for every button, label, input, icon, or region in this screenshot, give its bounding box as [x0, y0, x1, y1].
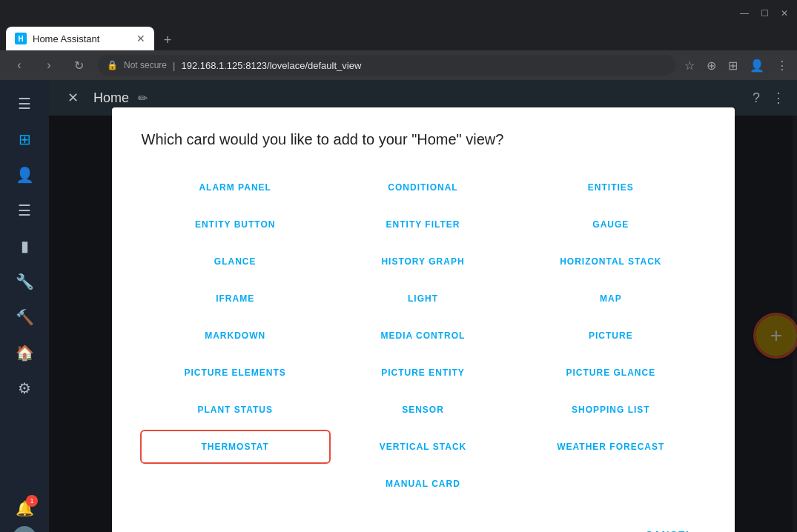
card-option-gauge[interactable]: GAUGE: [517, 209, 704, 240]
browser-tab[interactable]: H Home Assistant ✕: [6, 27, 154, 50]
header-title: Home: [93, 90, 129, 106]
sidebar-item-house[interactable]: 🏠: [10, 338, 39, 368]
card-option-empty-1: [142, 468, 329, 499]
tab-favicon: H: [15, 33, 27, 44]
sidebar-item-dashboard[interactable]: ⊞: [10, 124, 39, 154]
card-option-map[interactable]: MAP: [517, 283, 704, 314]
modal-footer: CANCEL: [142, 517, 705, 533]
lock-icon: 🔒: [107, 60, 118, 70]
hammer-icon: 🔨: [16, 308, 34, 326]
sidebar-item-chart[interactable]: ▮: [10, 231, 39, 261]
refresh-button[interactable]: ↻: [68, 59, 89, 73]
title-bar: — ☐ ✕: [0, 0, 797, 27]
modal-title: Which card would you like to add to your…: [142, 131, 705, 148]
modal-dialog: Which card would you like to add to your…: [112, 107, 735, 533]
card-option-sensor[interactable]: SENSOR: [329, 394, 517, 425]
window-controls: — ☐ ✕: [740, 8, 788, 19]
avatar[interactable]: C: [13, 526, 36, 532]
not-secure-label: Not secure: [124, 60, 167, 70]
card-option-history-graph[interactable]: HISTORY GRAPH: [329, 246, 517, 277]
card-option-entities[interactable]: ENTITIES: [517, 172, 704, 203]
tab-title: Home Assistant: [33, 33, 99, 44]
settings-icon: ⚙: [18, 379, 31, 397]
sidebar-item-list[interactable]: ☰: [10, 196, 39, 225]
notification-badge: 1: [26, 495, 38, 507]
card-option-horizontal-stack[interactable]: HORIZONTAL STACK: [517, 246, 704, 277]
house-icon: 🏠: [16, 344, 34, 362]
sidebar: ☰ ⊞ 👤 ☰ ▮ 🔧 🔨 🏠 ⚙ 🔔 1: [0, 80, 49, 532]
sidebar-item-settings[interactable]: ⚙: [10, 373, 39, 403]
sidebar-bottom: 🔔 1 C: [10, 491, 39, 532]
bookmark-icon[interactable]: ☆: [684, 59, 695, 73]
card-option-alarm-panel[interactable]: ALARM PANEL: [142, 172, 329, 203]
header-right: ? ⋮: [753, 90, 785, 106]
dashboard-bg: + Which card would you like to add to yo…: [49, 116, 797, 532]
card-option-weather-forecast[interactable]: WEATHER FORECAST: [517, 431, 704, 462]
card-option-picture-glance[interactable]: PICTURE GLANCE: [517, 357, 704, 388]
tools-icon: 🔧: [16, 273, 34, 290]
card-option-entity-button[interactable]: ENTITY BUTTON: [142, 209, 329, 240]
dashboard-icon: ⊞: [19, 130, 31, 148]
new-tab-button[interactable]: +: [157, 30, 178, 50]
sidebar-item-menu[interactable]: ☰: [10, 89, 39, 119]
card-option-plant-status[interactable]: PLANT STATUS: [142, 394, 329, 425]
address-bar[interactable]: 🔒 Not secure | 192.168.1.125:8123/lovela…: [98, 55, 675, 76]
bookmarks-icon[interactable]: ⊕: [707, 59, 716, 73]
modal-overlay: Which card would you like to add to your…: [49, 116, 797, 532]
cancel-button[interactable]: CANCEL: [633, 523, 704, 533]
card-option-picture[interactable]: PICTURE: [517, 320, 704, 351]
minimize-button[interactable]: —: [740, 8, 749, 19]
forward-button[interactable]: ›: [39, 59, 59, 72]
card-option-media-control[interactable]: MEDIA CONTROL: [329, 320, 517, 351]
card-option-picture-entity[interactable]: PICTURE ENTITY: [329, 357, 517, 388]
card-option-thermostat[interactable]: THERMOSTAT: [142, 431, 329, 462]
card-option-shopping-list[interactable]: SHOPPING LIST: [517, 394, 704, 425]
list-icon: ☰: [18, 202, 31, 219]
card-option-markdown[interactable]: MARKDOWN: [142, 320, 329, 351]
header-edit-icon[interactable]: ✏: [138, 91, 148, 105]
maximize-button[interactable]: ☐: [761, 8, 769, 19]
chart-icon: ▮: [21, 237, 29, 255]
card-option-manual-card[interactable]: MANUAL CARD: [329, 468, 517, 499]
address-bar-row: ‹ › ↻ 🔒 Not secure | 192.168.1.125:8123/…: [0, 50, 797, 80]
main-content: ✕ Home ✏ ? ⋮ + Which card would you like…: [49, 80, 797, 532]
address-bar-right: ☆ ⊕ ⊞ 👤 ⋮: [684, 59, 788, 73]
url-text: 192.168.1.125:8123/lovelace/default_view: [181, 60, 361, 71]
header-more-icon[interactable]: ⋮: [772, 90, 785, 106]
header-close-button[interactable]: ✕: [61, 86, 85, 110]
card-option-picture-elements[interactable]: PICTURE ELEMENTS: [142, 357, 329, 388]
person-icon: 👤: [16, 166, 34, 184]
close-window-button[interactable]: ✕: [781, 8, 788, 19]
header-help-icon[interactable]: ?: [753, 90, 760, 106]
sidebar-item-notifications[interactable]: 🔔 1: [10, 493, 39, 523]
browser-chrome: — ☐ ✕ H Home Assistant ✕ + ‹ › ↻ 🔒 Not s…: [0, 0, 797, 80]
card-option-light[interactable]: LIGHT: [329, 283, 517, 314]
card-grid: ALARM PANEL CONDITIONAL ENTITIES ENTITY …: [142, 172, 705, 499]
card-option-glance[interactable]: GLANCE: [142, 246, 329, 277]
card-option-vertical-stack[interactable]: VERTICAL STACK: [329, 431, 517, 462]
separator: |: [173, 60, 175, 71]
card-option-entity-filter[interactable]: ENTITY FILTER: [329, 209, 517, 240]
sidebar-item-hammer[interactable]: 🔨: [10, 302, 39, 332]
apps-icon[interactable]: ⊞: [728, 59, 738, 73]
tab-close-button[interactable]: ✕: [136, 33, 145, 44]
card-option-conditional[interactable]: CONDITIONAL: [329, 172, 517, 203]
card-option-empty-2: [517, 468, 704, 499]
profile-icon[interactable]: 👤: [750, 59, 764, 73]
menu-icon: ☰: [18, 95, 31, 113]
sidebar-item-person[interactable]: 👤: [10, 160, 39, 190]
back-button[interactable]: ‹: [9, 59, 30, 72]
more-options-icon[interactable]: ⋮: [776, 59, 788, 73]
sidebar-item-tools[interactable]: 🔧: [10, 267, 39, 296]
card-option-iframe[interactable]: IFRAME: [142, 283, 329, 314]
app-container: ☰ ⊞ 👤 ☰ ▮ 🔧 🔨 🏠 ⚙ 🔔 1: [0, 80, 797, 532]
